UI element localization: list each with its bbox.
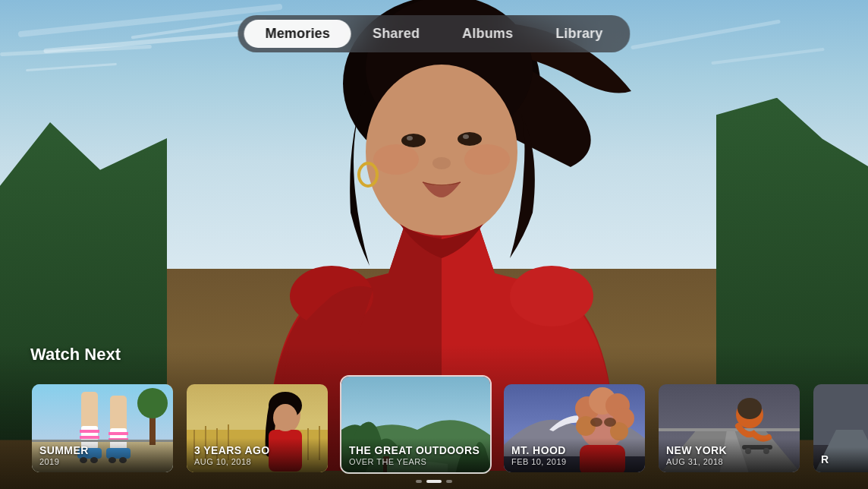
svg-rect-22: [108, 432, 128, 435]
tab-library[interactable]: Library: [534, 20, 624, 48]
memory-card-summer[interactable]: Summer 2019: [30, 383, 175, 474]
svg-point-7: [458, 132, 482, 146]
card-summer-subtitle: 2019: [39, 457, 165, 466]
svg-point-44: [273, 404, 297, 431]
tab-memories[interactable]: Memories: [244, 20, 351, 48]
tab-shared[interactable]: Shared: [351, 20, 441, 48]
svg-rect-19: [80, 430, 99, 433]
svg-rect-60: [659, 428, 801, 431]
svg-point-62: [737, 398, 762, 419]
nav-bar: Memories Shared Albums Library: [238, 15, 631, 52]
svg-point-57: [604, 418, 616, 427]
svg-point-32: [137, 388, 168, 418]
dot-3: [446, 480, 452, 483]
watch-next-label: Watch Next: [30, 345, 868, 364]
card-outdoors-subtitle: Over The Years: [349, 457, 483, 466]
scroll-indicator: [416, 480, 452, 483]
dot-2: [426, 480, 442, 483]
svg-point-4: [373, 144, 419, 175]
svg-point-8: [407, 136, 413, 140]
memory-card-3years[interactable]: 3 Years Ago Aug 10, 2018: [185, 383, 329, 474]
watch-next-section: Watch Next: [0, 345, 868, 489]
card-r-title: R: [821, 453, 868, 466]
thumbnails-row: Summer 2019: [30, 375, 868, 474]
svg-point-10: [432, 157, 451, 169]
svg-point-5: [464, 144, 510, 175]
card-3years-title: 3 Years Ago: [194, 444, 320, 457]
card-outdoors-title: The Great Outdoors: [349, 444, 483, 457]
dot-1: [416, 480, 422, 483]
svg-point-56: [590, 418, 602, 427]
memory-card-newyork[interactable]: New York Aug 31, 2018: [657, 383, 801, 474]
card-newyork-title: New York: [666, 444, 792, 457]
memory-card-outdoors[interactable]: The Great Outdoors Over The Years: [340, 375, 492, 474]
memory-card-mthood[interactable]: Mt. Hood Feb 10, 2019: [502, 383, 646, 474]
card-mthood-title: Mt. Hood: [511, 444, 637, 457]
card-newyork-subtitle: Aug 31, 2018: [666, 457, 792, 466]
svg-point-6: [401, 134, 426, 147]
svg-point-13: [510, 266, 593, 327]
card-summer-title: Summer: [39, 444, 165, 457]
card-mthood-subtitle: Feb 10, 2019: [511, 457, 637, 466]
card-3years-subtitle: Aug 10, 2018: [194, 457, 320, 466]
svg-point-9: [463, 134, 469, 139]
memory-card-r[interactable]: R: [812, 383, 868, 474]
tab-albums[interactable]: Albums: [441, 20, 534, 48]
